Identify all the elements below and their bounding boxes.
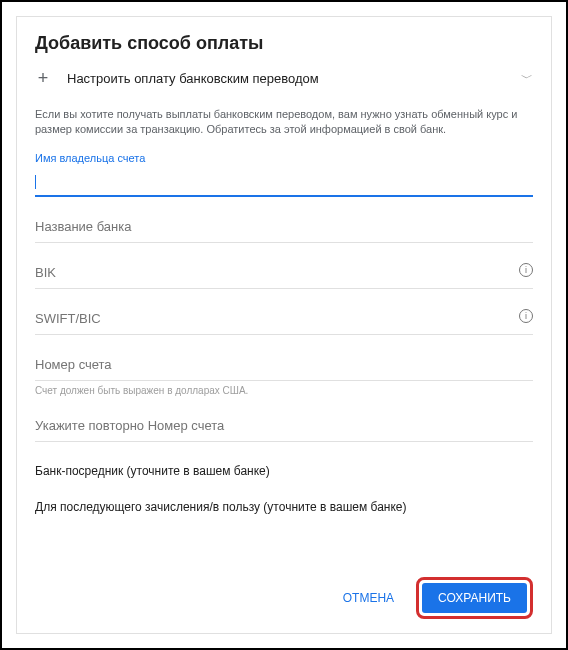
page-title: Добавить способ оплаты	[35, 33, 533, 54]
account-input[interactable]: Номер счета	[35, 353, 533, 381]
add-payment-method-card: Добавить способ оплаты + Настроить оплат…	[16, 16, 552, 634]
cancel-button[interactable]: ОТМЕНА	[331, 583, 406, 613]
swift-input[interactable]: SWIFT/BIC	[35, 307, 533, 335]
field-account-number: Номер счета Счет должен быть выражен в д…	[35, 353, 533, 396]
configure-wire-transfer[interactable]: + Настроить оплату банковским переводом …	[35, 68, 533, 89]
owner-input[interactable]	[35, 170, 533, 198]
owner-label: Имя владельца счета	[35, 152, 533, 164]
save-button-highlight: СОХРАНИТЬ	[416, 577, 533, 619]
bank-name-input[interactable]: Название банка	[35, 215, 533, 243]
configure-label: Настроить оплату банковским переводом	[67, 71, 505, 86]
field-swift: SWIFT/BIC i	[35, 307, 533, 335]
bik-input[interactable]: BIK	[35, 261, 533, 289]
chevron-down-icon: ﹀	[521, 70, 533, 87]
save-button[interactable]: СОХРАНИТЬ	[422, 583, 527, 613]
plus-icon: +	[35, 68, 51, 89]
intermediary-bank-section: Банк-посредник (уточните в вашем банке)	[35, 464, 533, 478]
field-repeat-account: Укажите повторно Номер счета	[35, 414, 533, 442]
beneficiary-section: Для последующего зачисления/в пользу (ут…	[35, 500, 533, 514]
dialog-footer: ОТМЕНА СОХРАНИТЬ	[331, 577, 533, 619]
account-hint: Счет должен быть выражен в долларах США.	[35, 385, 533, 396]
field-bank-name: Название банка	[35, 215, 533, 243]
repeat-account-input[interactable]: Укажите повторно Номер счета	[35, 414, 533, 442]
notice-text: Если вы хотите получать выплаты банковск…	[35, 107, 533, 138]
field-bik: BIK i	[35, 261, 533, 289]
field-account-owner: Имя владельца счета	[35, 152, 533, 198]
